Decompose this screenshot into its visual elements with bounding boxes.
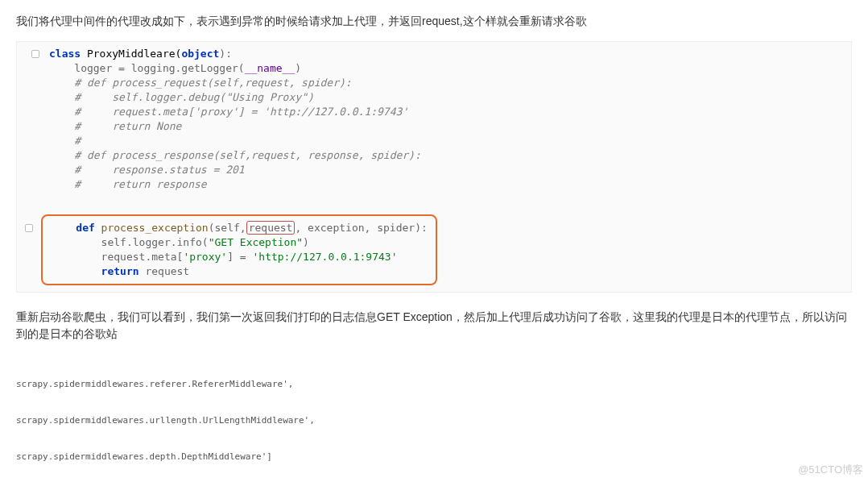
code-blank: [49, 192, 843, 206]
code-line: def process_exception(self,request, exce…: [51, 221, 428, 235]
code-line: class ProxyMiddleare(object):: [49, 47, 843, 61]
param-request-highlight: request: [246, 221, 296, 235]
code-line: return request: [51, 264, 428, 279]
code-comment: # def process_request(self,request, spid…: [49, 76, 843, 90]
code-comment: # return response: [49, 177, 843, 192]
intro-paragraph: 我们将代理中间件的代理改成如下，表示遇到异常的时候给请求加上代理，并返回requ…: [16, 13, 852, 30]
code-block: class ProxyMiddleare(object): logger = l…: [16, 41, 852, 293]
code-comment: # def process_response(self,request, res…: [49, 148, 843, 163]
code-line: logger = logging.getLogger(__name__): [49, 61, 843, 76]
mid-paragraph: 重新启动谷歌爬虫，我们可以看到，我们第一次返回我们打印的日志信息GET Exce…: [16, 309, 852, 343]
code-comment: # response.status = 201: [49, 163, 843, 177]
code-comment: # self.logger.debug("Using Proxy"): [49, 90, 843, 105]
code-comment: # request.meta['proxy'] = 'http://127.0.…: [49, 105, 843, 119]
fold-icon: [31, 50, 39, 58]
log-line: scrapy.spidermiddlewares.depth.DepthMidd…: [16, 451, 852, 463]
code-comment: #: [49, 134, 843, 148]
fold-icon: [25, 224, 33, 232]
log-line: scrapy.spidermiddlewares.urllength.UrlLe…: [16, 414, 852, 426]
code-comment: # return None: [49, 119, 843, 134]
log-output: scrapy.spidermiddlewares.referer.Referer…: [16, 354, 852, 482]
code-line: request.meta['proxy'] = 'http://127.0.0.…: [51, 250, 428, 264]
code-line: self.logger.info("GET Exception"): [51, 235, 428, 250]
highlighted-method-box: def process_exception(self,request, exce…: [41, 214, 437, 285]
log-line: scrapy.spidermiddlewares.referer.Referer…: [16, 378, 852, 390]
watermark: @51CTO博客: [798, 463, 863, 477]
